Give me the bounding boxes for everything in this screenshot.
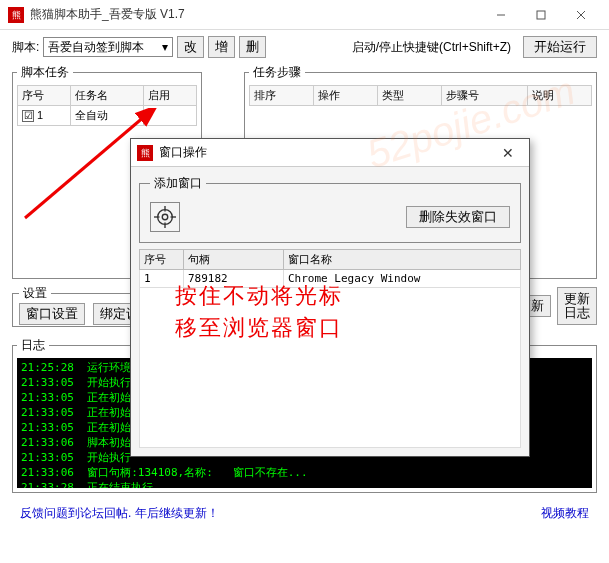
dialog-close-button[interactable]: ✕: [493, 145, 523, 161]
table-row[interactable]: 1 789182 Chrome Legacy Window: [140, 270, 521, 288]
script-label: 脚本:: [12, 39, 39, 56]
window-titlebar: 熊 熊猫脚本助手_吾爱专版 V1.7: [0, 0, 609, 30]
window-settings-button[interactable]: 窗口设置: [19, 303, 85, 325]
window-list-empty-area: [139, 288, 521, 448]
col-idx: 序号: [18, 86, 71, 106]
svg-rect-1: [537, 11, 545, 19]
col-order: 排序: [250, 86, 314, 106]
col-op: 操作: [313, 86, 377, 106]
window-op-dialog: 熊 窗口操作 ✕ 添加窗口 删除失效窗口 序号 句柄 窗口名称 1 789182…: [130, 138, 530, 457]
add-window-fieldset: 添加窗口 删除失效窗口: [139, 175, 521, 243]
add-window-legend: 添加窗口: [150, 175, 206, 192]
col-desc: 说明: [528, 86, 592, 106]
app-icon: 熊: [8, 7, 24, 23]
add-button[interactable]: 增: [208, 36, 235, 58]
refresh-log-button[interactable]: 更新日志: [557, 287, 597, 325]
hotkey-label: 启动/停止快捷键(Ctrl+Shift+Z): [352, 39, 511, 56]
delete-button[interactable]: 删: [239, 36, 266, 58]
log-legend: 日志: [17, 337, 49, 354]
crosshair-icon: [154, 206, 176, 228]
dialog-icon: 熊: [137, 145, 153, 161]
col-type: 类型: [377, 86, 441, 106]
steps-table[interactable]: 排序 操作 类型 步骤号 说明: [249, 85, 592, 106]
minimize-button[interactable]: [481, 1, 521, 29]
edit-button[interactable]: 改: [177, 36, 204, 58]
feedback-link[interactable]: 反馈问题到论坛回帖. 年后继续更新！: [20, 505, 219, 522]
close-button[interactable]: [561, 1, 601, 29]
video-link[interactable]: 视频教程: [541, 505, 589, 522]
dialog-titlebar[interactable]: 熊 窗口操作 ✕: [131, 139, 529, 167]
col-handle: 句柄: [184, 250, 284, 270]
row-checkbox[interactable]: ☑: [22, 110, 34, 122]
col-winname: 窗口名称: [284, 250, 521, 270]
footer: 反馈问题到论坛回帖. 年后继续更新！ 视频教程: [0, 497, 609, 530]
dialog-title: 窗口操作: [159, 144, 207, 161]
svg-point-4: [158, 210, 173, 225]
col-name: 任务名: [71, 86, 143, 106]
col-enable: 启用: [143, 86, 196, 106]
remove-invalid-button[interactable]: 删除失效窗口: [406, 206, 510, 228]
table-row[interactable]: ☑ 1 全自动: [18, 106, 197, 126]
start-button[interactable]: 开始运行: [523, 36, 597, 58]
col-stepno: 步骤号: [441, 86, 528, 106]
svg-point-5: [162, 214, 168, 220]
steps-legend: 任务步骤: [249, 64, 305, 81]
script-select[interactable]: 吾爱自动签到脚本: [43, 37, 173, 57]
tasks-legend: 脚本任务: [17, 64, 73, 81]
maximize-button[interactable]: [521, 1, 561, 29]
window-title: 熊猫脚本助手_吾爱专版 V1.7: [30, 6, 481, 23]
crosshair-picker[interactable]: [150, 202, 180, 232]
settings-legend: 设置: [19, 285, 51, 302]
tasks-table[interactable]: 序号 任务名 启用 ☑ 1 全自动: [17, 85, 197, 126]
window-list-table[interactable]: 序号 句柄 窗口名称 1 789182 Chrome Legacy Window: [139, 249, 521, 288]
toolbar: 脚本: 吾爱自动签到脚本 改 增 删 启动/停止快捷键(Ctrl+Shift+Z…: [0, 30, 609, 64]
col-idx: 序号: [140, 250, 184, 270]
script-select-value: 吾爱自动签到脚本: [48, 39, 144, 56]
